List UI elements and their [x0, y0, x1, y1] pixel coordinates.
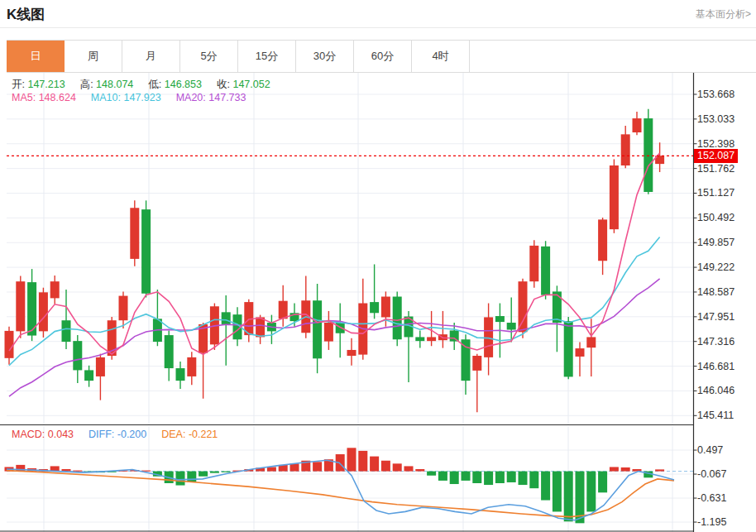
- last-price-tag: 152.087: [694, 149, 738, 163]
- macd-bar[interactable]: [290, 463, 299, 471]
- candle-body[interactable]: [529, 246, 538, 281]
- macd-bar[interactable]: [507, 472, 516, 482]
- candle-body[interactable]: [347, 350, 356, 356]
- tab-15min[interactable]: 15分: [238, 41, 296, 72]
- macd-bar[interactable]: [541, 472, 550, 501]
- candle-body[interactable]: [119, 296, 128, 321]
- macd-bar[interactable]: [621, 467, 630, 472]
- macd-bar[interactable]: [472, 472, 481, 483]
- macd-bar[interactable]: [450, 472, 459, 484]
- candle-body[interactable]: [84, 370, 93, 381]
- candle-body[interactable]: [370, 302, 379, 313]
- candle-body[interactable]: [415, 337, 424, 341]
- candle-body[interactable]: [187, 357, 196, 376]
- macd-bar[interactable]: [610, 467, 619, 471]
- kline-page: K线图 基本面分析> 日周月5分15分30分60分4时 开: 147.213高:…: [0, 0, 756, 532]
- price-axis-label: 146.681: [697, 361, 734, 372]
- candle-body[interactable]: [324, 323, 333, 342]
- macd-bar[interactable]: [210, 472, 219, 473]
- price-axis-label: 151.127: [697, 187, 734, 199]
- macd-bar[interactable]: [222, 472, 231, 472]
- macd-bar[interactable]: [553, 472, 562, 512]
- candle-body[interactable]: [519, 281, 528, 332]
- macd-bar[interactable]: [462, 472, 471, 481]
- price-axis-label: 152.398: [697, 138, 734, 150]
- candle-body[interactable]: [165, 335, 174, 368]
- candle-body[interactable]: [462, 339, 471, 381]
- macd-bar[interactable]: [598, 472, 607, 493]
- candle-body[interactable]: [564, 321, 573, 376]
- price-axis-label: 147.316: [697, 336, 734, 347]
- tab-day[interactable]: 日: [7, 41, 65, 72]
- candle-body[interactable]: [633, 118, 642, 132]
- macd-bar[interactable]: [381, 461, 390, 472]
- legend-item: 高: 148.074: [80, 79, 134, 90]
- candle-body[interactable]: [39, 292, 48, 331]
- macd-bar[interactable]: [393, 463, 402, 471]
- candle-body[interactable]: [586, 337, 596, 347]
- chart-area[interactable]: 开: 147.213高: 148.074低: 146.853收: 147.052…: [0, 73, 756, 532]
- candle-body[interactable]: [541, 247, 550, 295]
- candle-body[interactable]: [313, 300, 322, 358]
- macd-bar[interactable]: [187, 472, 196, 482]
- candle-body[interactable]: [621, 134, 630, 165]
- candle-body[interactable]: [495, 316, 505, 322]
- candle-body[interactable]: [96, 357, 105, 376]
- macd-bar[interactable]: [404, 466, 414, 471]
- macd-bar[interactable]: [199, 472, 208, 477]
- price-axis-label: 150.492: [697, 212, 734, 223]
- macd-bar[interactable]: [529, 472, 538, 489]
- candle-body[interactable]: [472, 356, 481, 371]
- ohlc-legend: 开: 147.213高: 148.074低: 146.853收: 147.052: [12, 78, 285, 92]
- candle-body[interactable]: [279, 301, 288, 319]
- candle-body[interactable]: [73, 341, 82, 370]
- candle-body[interactable]: [130, 208, 139, 259]
- kline-macd-chart[interactable]: [0, 73, 756, 532]
- macd-bar[interactable]: [267, 467, 276, 471]
- macd-bar[interactable]: [438, 472, 447, 481]
- candle-body[interactable]: [50, 281, 60, 298]
- tab-60min[interactable]: 60分: [354, 41, 412, 72]
- macd-bar[interactable]: [370, 457, 379, 472]
- tab-month[interactable]: 月: [122, 41, 180, 72]
- price-axis-label: 153.033: [697, 113, 734, 125]
- candle-body[interactable]: [610, 165, 619, 229]
- macd-bar[interactable]: [358, 451, 367, 472]
- tab-5min[interactable]: 5分: [180, 41, 238, 72]
- candle-body[interactable]: [576, 348, 585, 357]
- candle-body[interactable]: [222, 312, 231, 324]
- candle-body[interactable]: [16, 281, 25, 331]
- macd-bar[interactable]: [73, 471, 82, 472]
- tab-4hour[interactable]: 4时: [412, 41, 470, 72]
- macd-bar[interactable]: [176, 472, 185, 486]
- tab-30min[interactable]: 30分: [296, 41, 354, 72]
- candle-body[interactable]: [598, 219, 607, 261]
- macd-bar[interactable]: [586, 472, 596, 512]
- macd-bar[interactable]: [564, 472, 573, 522]
- candle-body[interactable]: [427, 337, 436, 341]
- price-axis-label: 149.222: [697, 261, 734, 273]
- candle-body[interactable]: [141, 209, 151, 294]
- candle-body[interactable]: [62, 320, 71, 342]
- candle-body[interactable]: [393, 297, 402, 340]
- macd-bar[interactable]: [427, 472, 436, 476]
- macd-bar[interactable]: [347, 448, 356, 471]
- macd-bar[interactable]: [495, 472, 505, 483]
- macd-bar[interactable]: [519, 472, 528, 485]
- candle-body[interactable]: [644, 118, 653, 192]
- candle-body[interactable]: [176, 368, 185, 381]
- candle-body[interactable]: [553, 291, 562, 323]
- macd-bar[interactable]: [313, 462, 322, 471]
- candle-body[interactable]: [256, 317, 265, 337]
- macd-bar[interactable]: [484, 472, 493, 485]
- price-axis-label: 151.762: [697, 163, 734, 175]
- candle-body[interactable]: [507, 323, 516, 329]
- tab-week[interactable]: 周: [65, 41, 122, 72]
- candle-body[interactable]: [381, 297, 390, 318]
- macd-bar[interactable]: [415, 469, 424, 472]
- macd-bar[interactable]: [655, 469, 664, 471]
- candle-body[interactable]: [450, 330, 459, 341]
- fundamental-analysis-link[interactable]: 基本面分析>: [696, 7, 751, 22]
- candle-body[interactable]: [5, 331, 14, 358]
- interval-tabbar: 日周月5分15分30分60分4时: [7, 40, 756, 73]
